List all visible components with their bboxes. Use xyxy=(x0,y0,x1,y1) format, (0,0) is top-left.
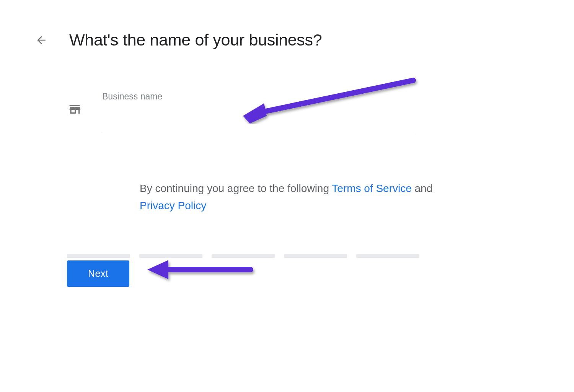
storefront-icon xyxy=(67,101,82,116)
progress-indicator xyxy=(67,254,419,258)
progress-segment xyxy=(139,254,202,258)
terms-connector: and xyxy=(412,182,433,194)
page-title: What's the name of your business? xyxy=(69,31,322,49)
terms-disclosure: By continuing you agree to the following… xyxy=(140,180,442,215)
back-button[interactable] xyxy=(34,33,48,47)
next-button[interactable]: Next xyxy=(67,260,129,287)
terms-prefix: By continuing you agree to the following xyxy=(140,182,332,194)
arrow-left-icon xyxy=(35,34,47,46)
progress-segment xyxy=(212,254,275,258)
progress-segment xyxy=(284,254,347,258)
terms-of-service-link[interactable]: Terms of Service xyxy=(332,182,412,194)
business-name-input[interactable] xyxy=(102,117,416,134)
svg-marker-3 xyxy=(147,260,168,279)
annotation-arrow-icon xyxy=(144,256,258,283)
progress-segment xyxy=(356,254,419,258)
business-name-label: Business name xyxy=(102,91,416,102)
privacy-policy-link[interactable]: Privacy Policy xyxy=(140,200,206,211)
progress-segment xyxy=(67,254,130,258)
